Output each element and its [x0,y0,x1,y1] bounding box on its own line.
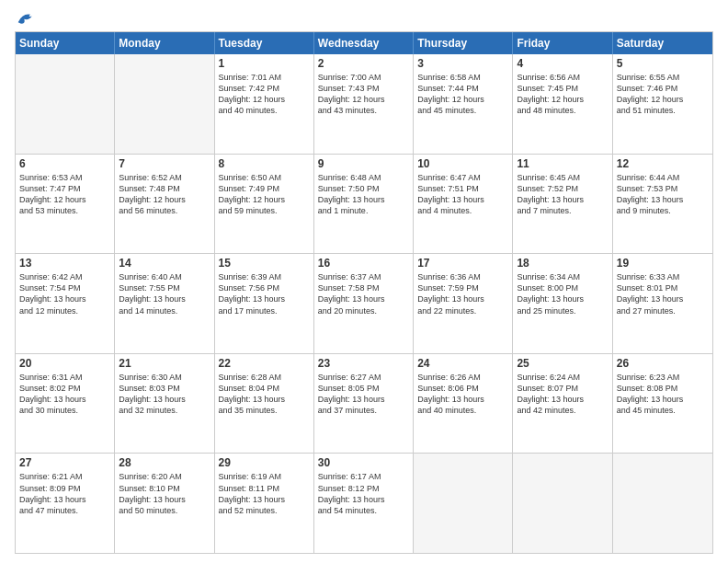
day-number: 7 [119,157,210,170]
empty-cell [115,54,214,154]
header-day-thursday: Thursday [414,32,513,54]
cell-details: Sunrise: 6:55 AM Sunset: 7:46 PM Dayligh… [617,72,709,117]
week-row-5: 27Sunrise: 6:21 AM Sunset: 8:09 PM Dayli… [16,454,712,553]
day-cell-28: 28Sunrise: 6:20 AM Sunset: 8:10 PM Dayli… [115,454,214,553]
day-cell-7: 7Sunrise: 6:52 AM Sunset: 7:48 PM Daylig… [115,155,214,254]
week-row-3: 13Sunrise: 6:42 AM Sunset: 7:54 PM Dayli… [16,254,712,354]
day-number: 15 [219,257,310,270]
day-number: 29 [219,456,310,469]
day-cell-21: 21Sunrise: 6:30 AM Sunset: 8:03 PM Dayli… [115,354,214,454]
day-cell-22: 22Sunrise: 6:28 AM Sunset: 8:04 PM Dayli… [215,354,314,454]
day-number: 22 [219,357,310,370]
cell-details: Sunrise: 6:39 AM Sunset: 7:56 PM Dayligh… [219,271,310,316]
day-cell-20: 20Sunrise: 6:31 AM Sunset: 8:02 PM Dayli… [16,354,115,454]
day-cell-17: 17Sunrise: 6:36 AM Sunset: 7:59 PM Dayli… [414,254,513,353]
day-cell-14: 14Sunrise: 6:40 AM Sunset: 7:55 PM Dayli… [115,254,214,353]
cell-details: Sunrise: 6:33 AM Sunset: 8:01 PM Dayligh… [617,271,709,316]
day-number: 9 [318,157,409,170]
day-number: 19 [617,257,709,270]
header-day-sunday: Sunday [16,32,115,54]
cell-details: Sunrise: 6:37 AM Sunset: 7:58 PM Dayligh… [318,271,409,316]
logo-bird-icon [17,11,35,26]
cell-details: Sunrise: 6:42 AM Sunset: 7:54 PM Dayligh… [19,271,110,316]
day-cell-8: 8Sunrise: 6:50 AM Sunset: 7:49 PM Daylig… [215,155,314,254]
day-number: 13 [19,257,110,270]
day-number: 8 [219,157,310,170]
header-day-friday: Friday [513,32,612,54]
cell-details: Sunrise: 6:21 AM Sunset: 8:09 PM Dayligh… [19,471,110,516]
day-cell-19: 19Sunrise: 6:33 AM Sunset: 8:01 PM Dayli… [613,254,712,353]
header-day-wednesday: Wednesday [314,32,414,54]
day-number: 24 [417,357,508,370]
day-cell-23: 23Sunrise: 6:27 AM Sunset: 8:05 PM Dayli… [314,354,414,454]
cell-details: Sunrise: 6:20 AM Sunset: 8:10 PM Dayligh… [119,471,210,516]
day-number: 23 [318,357,409,370]
day-cell-6: 6Sunrise: 6:53 AM Sunset: 7:47 PM Daylig… [16,155,115,254]
day-number: 12 [617,157,709,170]
day-cell-11: 11Sunrise: 6:45 AM Sunset: 7:52 PM Dayli… [513,155,612,254]
day-number: 21 [119,357,210,370]
cell-details: Sunrise: 6:23 AM Sunset: 8:08 PM Dayligh… [617,372,709,417]
header-day-saturday: Saturday [613,32,712,54]
cell-details: Sunrise: 6:19 AM Sunset: 8:11 PM Dayligh… [219,471,310,516]
cell-details: Sunrise: 6:27 AM Sunset: 8:05 PM Dayligh… [318,372,409,417]
day-cell-1: 1Sunrise: 7:01 AM Sunset: 7:42 PM Daylig… [215,54,314,154]
cell-details: Sunrise: 6:58 AM Sunset: 7:44 PM Dayligh… [417,72,508,117]
day-number: 1 [219,57,310,70]
empty-cell [16,54,115,154]
cell-details: Sunrise: 6:47 AM Sunset: 7:51 PM Dayligh… [417,172,508,217]
cell-details: Sunrise: 6:40 AM Sunset: 7:55 PM Dayligh… [119,271,210,316]
header [15,11,713,26]
day-number: 26 [617,357,709,370]
page: SundayMondayTuesdayWednesdayThursdayFrid… [0,0,728,563]
day-number: 3 [417,57,508,70]
header-day-tuesday: Tuesday [215,32,314,54]
calendar: SundayMondayTuesdayWednesdayThursdayFrid… [15,31,713,554]
day-number: 30 [318,456,409,469]
cell-details: Sunrise: 6:48 AM Sunset: 7:50 PM Dayligh… [318,172,409,217]
cell-details: Sunrise: 6:24 AM Sunset: 8:07 PM Dayligh… [517,372,608,417]
week-row-1: 1Sunrise: 7:01 AM Sunset: 7:42 PM Daylig… [16,54,712,155]
day-cell-24: 24Sunrise: 6:26 AM Sunset: 8:06 PM Dayli… [414,354,513,454]
day-number: 25 [517,357,608,370]
day-cell-29: 29Sunrise: 6:19 AM Sunset: 8:11 PM Dayli… [215,454,314,553]
cell-details: Sunrise: 6:52 AM Sunset: 7:48 PM Dayligh… [119,172,210,217]
day-number: 5 [617,57,709,70]
calendar-header-row: SundayMondayTuesdayWednesdayThursdayFrid… [16,32,712,54]
day-number: 4 [517,57,608,70]
day-cell-18: 18Sunrise: 6:34 AM Sunset: 8:00 PM Dayli… [513,254,612,353]
day-cell-5: 5Sunrise: 6:55 AM Sunset: 7:46 PM Daylig… [613,54,712,154]
cell-details: Sunrise: 6:30 AM Sunset: 8:03 PM Dayligh… [119,372,210,417]
cell-details: Sunrise: 6:50 AM Sunset: 7:49 PM Dayligh… [219,172,310,217]
cell-details: Sunrise: 6:53 AM Sunset: 7:47 PM Dayligh… [19,172,110,217]
day-cell-26: 26Sunrise: 6:23 AM Sunset: 8:08 PM Dayli… [613,354,712,454]
day-cell-10: 10Sunrise: 6:47 AM Sunset: 7:51 PM Dayli… [414,155,513,254]
day-number: 6 [19,157,110,170]
cell-details: Sunrise: 6:44 AM Sunset: 7:53 PM Dayligh… [617,172,709,217]
day-number: 18 [517,257,608,270]
cell-details: Sunrise: 6:56 AM Sunset: 7:45 PM Dayligh… [517,72,608,117]
empty-cell [513,454,612,553]
cell-details: Sunrise: 7:00 AM Sunset: 7:43 PM Dayligh… [318,72,409,117]
cell-details: Sunrise: 6:28 AM Sunset: 8:04 PM Dayligh… [219,372,310,417]
day-cell-16: 16Sunrise: 6:37 AM Sunset: 7:58 PM Dayli… [314,254,414,353]
logo [15,11,35,26]
day-number: 14 [119,257,210,270]
cell-details: Sunrise: 6:45 AM Sunset: 7:52 PM Dayligh… [517,172,608,217]
day-cell-2: 2Sunrise: 7:00 AM Sunset: 7:43 PM Daylig… [314,54,414,154]
day-cell-13: 13Sunrise: 6:42 AM Sunset: 7:54 PM Dayli… [16,254,115,353]
day-cell-3: 3Sunrise: 6:58 AM Sunset: 7:44 PM Daylig… [414,54,513,154]
day-cell-12: 12Sunrise: 6:44 AM Sunset: 7:53 PM Dayli… [613,155,712,254]
cell-details: Sunrise: 6:26 AM Sunset: 8:06 PM Dayligh… [417,372,508,417]
cell-details: Sunrise: 6:36 AM Sunset: 7:59 PM Dayligh… [417,271,508,316]
day-cell-25: 25Sunrise: 6:24 AM Sunset: 8:07 PM Dayli… [513,354,612,454]
day-number: 10 [417,157,508,170]
week-row-4: 20Sunrise: 6:31 AM Sunset: 8:02 PM Dayli… [16,354,712,454]
day-number: 16 [318,257,409,270]
day-number: 27 [19,456,110,469]
day-number: 2 [318,57,409,70]
cell-details: Sunrise: 6:31 AM Sunset: 8:02 PM Dayligh… [19,372,110,417]
header-day-monday: Monday [115,32,214,54]
week-row-2: 6Sunrise: 6:53 AM Sunset: 7:47 PM Daylig… [16,155,712,255]
cell-details: Sunrise: 7:01 AM Sunset: 7:42 PM Dayligh… [219,72,310,117]
